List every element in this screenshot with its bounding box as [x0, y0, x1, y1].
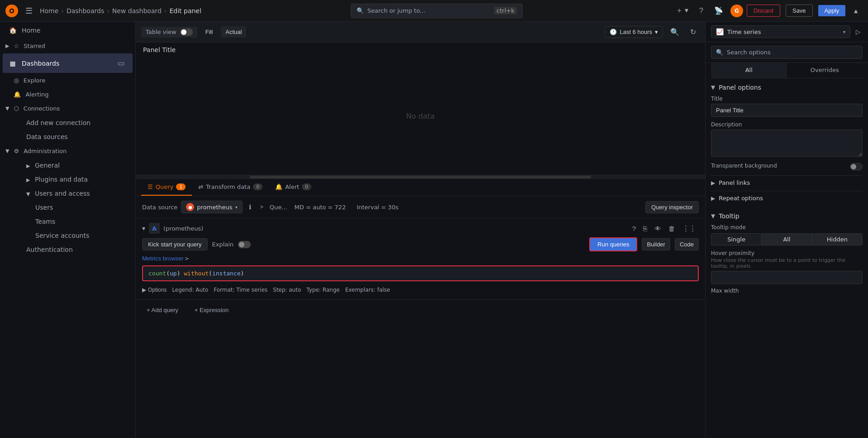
panel-options-header[interactable]: ▼ Panel options — [711, 84, 863, 91]
sidebar-group-administration[interactable]: ▼ ⚙ Administration — [0, 144, 135, 158]
help-button[interactable]: ? — [696, 5, 707, 17]
table-view-toggle[interactable]: Table view — [141, 27, 197, 38]
add-expression-button[interactable]: + Expression — [190, 304, 234, 316]
run-queries-button[interactable]: Run queries — [589, 237, 637, 251]
sidebar-toggle-button[interactable]: ☰ — [22, 4, 36, 18]
sidebar-group-alerting[interactable]: ▶ 🔔 Alerting — [0, 87, 135, 101]
tab-all[interactable]: All — [711, 63, 787, 78]
query-more-button[interactable]: ⋮⋮ — [680, 223, 699, 234]
query-input-wrapper[interactable]: count(up) without(instance) — [142, 265, 699, 281]
description-textarea[interactable] — [711, 130, 863, 157]
hover-prox-input[interactable] — [711, 271, 863, 284]
tab-query-label: Query — [156, 183, 174, 190]
tooltip-single-button[interactable]: Single — [711, 234, 762, 245]
panel-links-section: ▶ Panel links — [711, 175, 863, 190]
scrollbar-thumb[interactable] — [250, 176, 591, 178]
search-options-placeholder: Search options — [727, 49, 771, 56]
sidebar-group-explore[interactable]: ▶ ◎ Explore — [0, 73, 135, 87]
title-input[interactable] — [711, 104, 863, 117]
sidebar-item-data-sources[interactable]: Data sources — [21, 130, 133, 144]
scrollbar-area[interactable] — [136, 175, 705, 178]
sidebar-item-plugins[interactable]: ▶ Plugins and data — [21, 173, 133, 186]
metrics-browser-button[interactable]: Metrics browser — [142, 255, 184, 262]
query-delete-button[interactable]: 🗑 — [666, 223, 678, 234]
metrics-browser-expand[interactable]: > — [185, 255, 189, 262]
panel-links-header[interactable]: ▶ Panel links — [711, 176, 863, 190]
sidebar-sub-connections: Add new connection Data sources — [0, 116, 135, 144]
explore-icon: ◎ — [14, 77, 19, 84]
title-label: Title — [711, 96, 863, 102]
tab-alert[interactable]: 🔔 Alert 0 — [269, 179, 318, 196]
refresh-button[interactable]: ↻ — [687, 25, 700, 39]
query-hide-button[interactable]: 👁 — [652, 223, 664, 234]
data-source-selector[interactable]: ● prometheus ▾ — [181, 201, 242, 213]
add-button[interactable]: ＋ ▾ — [672, 4, 692, 17]
sidebar-item-general[interactable]: ▶ General — [21, 159, 133, 172]
zoom-out-button[interactable]: 🔍 — [667, 25, 683, 39]
data-source-arrow: ▾ — [235, 205, 238, 210]
add-query-row: + Add query + Expression — [136, 299, 705, 320]
sidebar-sub-users: Users Teams Service accounts — [18, 201, 135, 242]
tab-transform[interactable]: ⇄ Transform data 0 — [192, 179, 269, 196]
query-collapse-button[interactable]: ▾ — [142, 225, 145, 232]
explain-label: Explain — [212, 241, 234, 248]
sidebar-item-users[interactable]: Users — [30, 201, 133, 214]
global-search[interactable]: 🔍 Search or jump to... ctrl+k — [351, 4, 523, 18]
builder-button[interactable]: Builder — [642, 238, 670, 250]
sidebar-panel-toggle[interactable]: ▭ — [115, 57, 127, 69]
tooltip-all-button[interactable]: All — [762, 234, 812, 245]
transparent-bg-row: Transparent background — [711, 163, 863, 171]
tab-overrides[interactable]: Overrides — [787, 63, 863, 78]
actual-button[interactable]: Actual — [221, 26, 246, 38]
breadcrumb-home[interactable]: Home — [40, 7, 58, 14]
tab-query[interactable]: ☰ Query 1 — [141, 179, 192, 196]
code-button[interactable]: Code — [675, 238, 699, 250]
query-input[interactable]: count(up) without(instance) — [148, 270, 244, 277]
save-button[interactable]: Save — [786, 5, 813, 17]
tab-transform-badge: 0 — [253, 183, 262, 190]
repeat-options-header[interactable]: ▶ Repeat options — [711, 191, 863, 205]
breadcrumb-sep1: › — [61, 7, 64, 14]
sidebar-group-starred[interactable]: ▶ ☆ Starred — [0, 39, 135, 53]
sidebar-item-service-accounts[interactable]: Service accounts — [30, 229, 133, 242]
sidebar-item-users-access[interactable]: ▼ Users and access — [21, 187, 133, 200]
query-duplicate-button[interactable]: ⎘ — [640, 223, 650, 234]
sidebar-item-home[interactable]: 🏠 Home — [3, 22, 133, 39]
explain-toggle[interactable] — [238, 241, 251, 248]
breadcrumb: Home › Dashboards › New dashboard › Edit… — [40, 7, 201, 14]
query-tabs: ☰ Query 1 ⇄ Transform data 0 🔔 Alert 0 — [136, 179, 705, 196]
add-query-button[interactable]: + Add query — [142, 304, 183, 316]
visualization-type-selector[interactable]: 📈 Time series ▾ — [711, 25, 850, 38]
search-options-input[interactable]: 🔍 Search options — [711, 46, 863, 59]
options-expand-button[interactable]: ▶ Options — [142, 287, 167, 293]
sidebar-item-dashboards[interactable]: ▦ Dashboards ▭ — [3, 53, 133, 73]
breadcrumb-dashboards[interactable]: Dashboards — [67, 7, 104, 14]
tooltip-header[interactable]: ▼ Tooltip — [711, 212, 863, 220]
sidebar-item-add-connection[interactable]: Add new connection — [21, 116, 133, 130]
transparent-bg-toggle[interactable] — [850, 163, 863, 170]
sidebar-group-connections[interactable]: ▼ ⬡ Connections — [0, 101, 135, 116]
data-source-expand-button[interactable]: > — [258, 203, 266, 211]
apply-button[interactable]: Apply — [818, 5, 846, 16]
query-inspector-button[interactable]: Query inspector — [645, 201, 699, 213]
panel-expand-button[interactable]: ▷ — [854, 26, 863, 37]
fill-button[interactable]: Fill — [201, 26, 218, 38]
collapse-top-button[interactable]: ▲ — [849, 5, 863, 16]
tooltip-hidden-button[interactable]: Hidden — [812, 234, 862, 245]
tab-transform-icon: ⇄ — [198, 183, 203, 190]
data-source-info-button[interactable]: ℹ — [246, 202, 254, 212]
query-help-button[interactable]: ? — [630, 223, 639, 234]
grafana-logo[interactable] — [5, 5, 18, 17]
que-info[interactable]: Que... — [270, 204, 287, 211]
table-view-switch[interactable] — [180, 29, 193, 36]
breadcrumb-new-dashboard[interactable]: New dashboard — [112, 7, 162, 14]
discard-button[interactable]: Discard — [747, 5, 780, 17]
kick-start-button[interactable]: Kick start your query — [142, 238, 208, 250]
user-avatar[interactable]: G — [730, 5, 743, 17]
time-range-button[interactable]: 🕐 Last 6 hours ▾ — [605, 26, 663, 38]
sidebar-item-teams[interactable]: Teams — [30, 215, 133, 228]
notifications-button[interactable]: 📡 — [711, 5, 727, 17]
sidebar-item-authentication[interactable]: Authentication — [21, 243, 133, 256]
breadcrumb-edit-panel: Edit panel — [169, 7, 201, 14]
query-letter[interactable]: A — [149, 223, 160, 234]
